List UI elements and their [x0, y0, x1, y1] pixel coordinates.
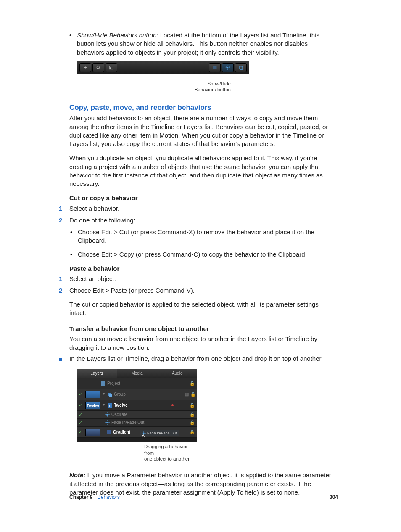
note-text: If you move a Parameter behavior to anot… — [69, 471, 331, 496]
square-bullet-icon — [59, 355, 69, 363]
paste-step-2: Choose Edit > Paste (or press Command-V)… — [59, 286, 333, 317]
toolbar-figure: + — [77, 61, 249, 93]
cut-step-1: Select a behavior. — [59, 204, 333, 213]
note-label: Note: — [69, 471, 87, 479]
toolbar-filters-button[interactable] — [235, 63, 247, 72]
layers-tabs: Layers Media Audio — [77, 369, 197, 378]
tab-media[interactable]: Media — [117, 369, 158, 378]
toolbar-search-button[interactable] — [92, 63, 104, 72]
svg-rect-31 — [107, 430, 111, 434]
footer-chapter: Chapter 9 — [69, 494, 92, 500]
subheading-paste: Paste a behavior — [69, 265, 333, 273]
svg-line-1 — [99, 68, 100, 69]
svg-line-13 — [229, 66, 230, 67]
disclosure-arrow-icon[interactable]: ▼ — [102, 392, 106, 397]
callout-leader-line — [216, 74, 216, 80]
svg-rect-4 — [213, 66, 217, 69]
transfer-intro: You can also move a behavior from one ob… — [69, 335, 333, 352]
check-icon: ✓ — [77, 391, 84, 397]
cut-sub-1: Choose Edit > Cut (or press Command-X) t… — [69, 228, 333, 245]
cut-step-2: Do one of the following: Choose Edit > C… — [59, 216, 333, 259]
lock-icon: 🔒 — [190, 381, 195, 386]
para-1: After you add behaviors to an object, th… — [69, 114, 333, 148]
toolbar-bar: + — [77, 61, 249, 74]
layers-callout: Dragging a behavior from one object to a… — [144, 444, 197, 462]
note-paragraph: Note: If you move a Parameter behavior t… — [69, 471, 333, 497]
row-oscillate[interactable]: ✓ Oscillate 🔒 — [77, 411, 197, 419]
thumb-twelve: Twelve — [85, 402, 100, 409]
svg-point-26 — [106, 422, 108, 423]
row-twelve[interactable]: ✓ Twelve ▼ T Twelve 🔒 — [77, 400, 197, 411]
toolbar-callout: Show/Hide Behaviors button — [77, 81, 249, 93]
check-icon: ✓ — [77, 402, 84, 408]
svg-line-12 — [226, 69, 227, 69]
bullet-dot: • — [69, 31, 77, 57]
toolbar-mask-button[interactable] — [209, 63, 221, 72]
bullet-term: Show/Hide Behaviors button: — [77, 32, 160, 39]
check-icon: ✓ — [77, 429, 84, 435]
cut-sub-2: Choose Edit > Copy (or press Command-C) … — [69, 250, 333, 259]
record-dot-icon — [171, 404, 174, 406]
layers-panel: Layers Media Audio Project 🔒 ✓ ▼ Gro — [77, 369, 197, 442]
lock-icon: 🔒 — [190, 402, 195, 408]
footer-page: 304 — [330, 494, 338, 500]
page-footer: Chapter 9 Behaviors 304 — [69, 494, 338, 500]
svg-rect-16 — [101, 381, 105, 386]
svg-rect-3 — [110, 67, 111, 69]
svg-point-5 — [227, 67, 229, 68]
text-layer-icon: T — [107, 403, 112, 408]
subheading-cut: Cut or copy a behavior — [69, 194, 333, 202]
check-icon: ✓ — [77, 412, 84, 418]
bullet-show-hide: • Show/Hide Behaviors button: Located at… — [69, 31, 333, 57]
svg-rect-18 — [109, 394, 112, 397]
svg-line-10 — [226, 66, 227, 67]
toolbar-behaviors-button[interactable] — [222, 63, 234, 72]
paste-step-1: Select an object. — [59, 275, 333, 283]
lock-icon: 🔒 — [190, 412, 195, 418]
svg-point-21 — [106, 414, 108, 416]
svg-point-0 — [97, 66, 99, 69]
svg-rect-2 — [110, 66, 113, 69]
disclosure-arrow-icon[interactable]: ▼ — [102, 403, 106, 408]
lock-icon: 🔒 — [190, 420, 195, 426]
row-group[interactable]: ✓ ▼ Group ▦🔒 — [77, 389, 197, 400]
paste-after: The cut or copied behavior is applied to… — [69, 300, 333, 318]
subheading-transfer: Transfer a behavior from one object to a… — [69, 325, 333, 333]
paste-steps: Select an object. Choose Edit > Paste (o… — [59, 275, 333, 317]
cut-steps: Select a behavior. Do one of the followi… — [59, 204, 333, 259]
behavior-gear-icon — [105, 412, 110, 417]
check-icon: ✓ — [77, 420, 84, 426]
row-right-icons: ▦🔒 — [185, 392, 195, 397]
para-2: When you duplicate an object, you duplic… — [69, 154, 333, 188]
row-fade[interactable]: ✓ Fade In/Fade Out 🔒 — [77, 419, 197, 427]
thumb-gradient — [85, 429, 100, 436]
tab-audio[interactable]: Audio — [157, 369, 197, 378]
generator-icon — [106, 430, 111, 435]
lock-icon: 🔒 — [190, 429, 195, 435]
thumb-group — [85, 391, 100, 398]
behavior-gear-icon — [105, 420, 110, 425]
project-icon — [100, 381, 106, 386]
row-gradient[interactable]: ✓ Gradient 🔒 — [77, 427, 197, 438]
layers-panel-figure: Layers Media Audio Project 🔒 ✓ ▼ Gro — [77, 369, 197, 462]
section-heading: Copy, paste, move, and reorder behaviors — [69, 103, 333, 113]
svg-line-11 — [229, 69, 230, 69]
transfer-step: In the Layers list or Timeline, drag a b… — [59, 355, 333, 363]
toolbar-frame-button[interactable] — [106, 63, 117, 72]
tab-layers[interactable]: Layers — [77, 369, 117, 378]
footer-link[interactable]: Behaviors — [98, 494, 120, 500]
row-project[interactable]: Project 🔒 — [77, 378, 197, 389]
svg-text:T: T — [108, 404, 111, 408]
toolbar-add-button[interactable]: + — [79, 63, 91, 72]
group-icon — [107, 392, 112, 397]
